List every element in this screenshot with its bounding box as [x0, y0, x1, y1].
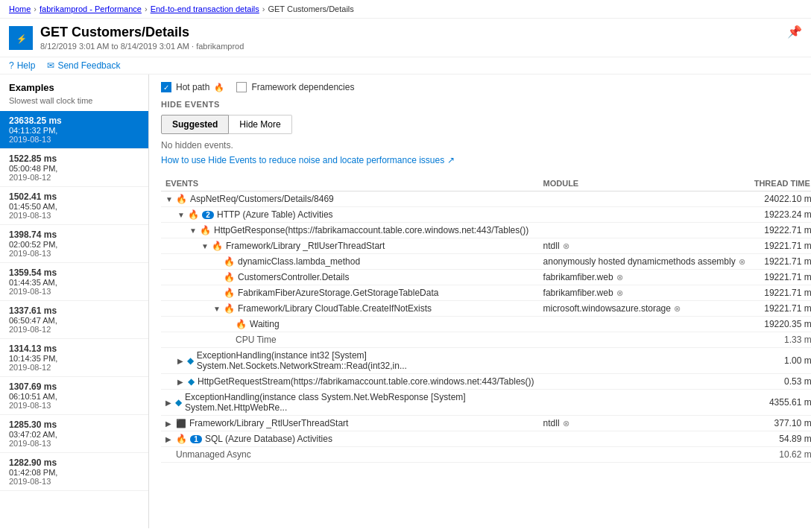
sidebar-item-date: 2019-08-13	[9, 287, 139, 296]
help-button[interactable]: ? Help	[9, 60, 35, 71]
toggle-arrow[interactable]: ▶	[177, 357, 184, 365]
table-row[interactable]: 🔥 dynamicClass.lambda_method anonymously…	[161, 254, 811, 270]
flame-icon: 🔥	[176, 434, 187, 444]
table-row[interactable]: ▶ ⬛ Framework/Library _RtlUserThreadStar…	[161, 416, 811, 431]
table-row[interactable]: ▶ ◆ ExceptionHandling(instance int32 [Sy…	[161, 348, 811, 374]
table-row[interactable]: 🔥 CustomersController.Details fabrikamfi…	[161, 270, 811, 285]
sidebar-item-time: 03:47:02 AM,	[9, 430, 139, 439]
flame-icon: 🔥	[188, 209, 199, 220]
table-row[interactable]: 🔥 FabrikamFiberAzureStorage.GetStorageTa…	[161, 285, 811, 301]
breadcrumb-perf[interactable]: fabrikamprod - Performance	[40, 4, 142, 13]
flame-icon: 🔥	[224, 256, 235, 267]
filter-row: ✓ Hot path 🔥 Framework dependencies	[161, 82, 799, 92]
hot-path-flame-icon: 🔥	[214, 83, 224, 92]
toggle-arrow[interactable]: ▶	[177, 378, 185, 386]
suggested-button[interactable]: Suggested	[161, 115, 229, 134]
thread-time-cell: 1.00 ms	[750, 348, 811, 374]
sidebar-item-date: 2019-08-12	[9, 325, 139, 334]
toggle-arrow[interactable]: ▶	[165, 435, 173, 443]
event-name-cell: ▼ 🔥 Framework/Library _RtlUserThreadStar…	[161, 238, 539, 254]
module-remove-icon[interactable]: ⊗	[616, 273, 623, 282]
event-name: Framework/Library CloudTable.CreateIfNot…	[238, 303, 432, 314]
sidebar-item-ms: 1282.90 ms	[9, 457, 139, 468]
hide-events-section: HIDE EVENTS Suggested Hide More No hidde…	[161, 100, 799, 165]
sidebar-item-ms: 1502.41 ms	[9, 191, 139, 202]
event-name: FabrikamFiberAzureStorage.GetStorageTabl…	[238, 288, 438, 298]
module-cell	[539, 390, 750, 416]
pin-icon[interactable]: 📌	[787, 25, 802, 39]
help-icon: ?	[9, 60, 14, 71]
module-cell: ntdll ⊗	[539, 238, 750, 254]
flame-icon: 🔥	[236, 319, 247, 329]
sidebar-item-9[interactable]: 1282.90 ms 01:42:08 PM, 2019-08-13	[0, 453, 148, 491]
toggle-arrow[interactable]: ▼	[189, 227, 197, 235]
table-row[interactable]: ▶ ◆ ExceptionHandling(instance class Sys…	[161, 390, 811, 416]
toggle-arrow[interactable]: ▶	[165, 419, 173, 428]
sidebar-item-ms: 1337.61 ms	[9, 305, 139, 316]
hide-events-link[interactable]: How to use Hide Events to reduce noise a…	[161, 155, 799, 165]
sidebar-item-3[interactable]: 1398.74 ms 02:00:52 PM, 2019-08-13	[0, 225, 148, 263]
sidebar-items-list: 23638.25 ms 04:11:32 PM, 2019-08-13 1522…	[0, 111, 148, 491]
module-cell	[539, 447, 750, 463]
sidebar-item-1[interactable]: 1522.85 ms 05:00:48 PM, 2019-08-12	[0, 149, 148, 187]
thread-time-cell: 4355.61 ms	[750, 390, 811, 416]
module-remove-icon[interactable]: ⊗	[739, 257, 745, 267]
module-cell: fabrikamfiber.web ⊗	[539, 270, 750, 285]
header-icon: ⚡	[9, 26, 33, 50]
col-thread-time[interactable]: THREAD TIME	[750, 176, 811, 191]
sidebar-item-7[interactable]: 1307.69 ms 06:10:51 AM, 2019-08-13	[0, 377, 148, 415]
module-remove-icon[interactable]: ⊗	[674, 304, 681, 314]
table-row[interactable]: ▼ 🔥 AspNetReq/Customers/Details/8469 240…	[161, 191, 811, 207]
sidebar-item-5[interactable]: 1337.61 ms 06:50:47 AM, 2019-08-12	[0, 301, 148, 339]
sidebar-item-2[interactable]: 1502.41 ms 01:45:50 AM, 2019-08-13	[0, 187, 148, 225]
table-row[interactable]: CPU Time 1.33 ms	[161, 332, 811, 348]
hot-path-filter[interactable]: ✓ Hot path 🔥	[161, 82, 224, 92]
send-feedback-button[interactable]: ✉ Send Feedback	[47, 60, 120, 71]
event-name: Framework/Library _RtlUserThreadStart	[226, 241, 385, 251]
sidebar-item-ms: 1285.30 ms	[9, 419, 139, 430]
table-row[interactable]: ▼ 🔥 2 HTTP (Azure Table) Activities 1922…	[161, 207, 811, 223]
framework-icon: ⬛	[176, 419, 186, 428]
event-name: dynamicClass.lambda_method	[238, 256, 360, 267]
module-remove-icon[interactable]: ⊗	[563, 241, 569, 251]
event-name-cell: 🔥 dynamicClass.lambda_method	[161, 254, 539, 270]
framework-deps-checkbox[interactable]	[236, 82, 247, 92]
breadcrumb-e2e[interactable]: End-to-end transaction details	[151, 4, 259, 13]
hot-path-checkbox[interactable]: ✓	[161, 82, 171, 92]
module-cell	[539, 207, 750, 223]
sidebar-item-time: 02:00:52 PM,	[9, 240, 139, 249]
module-remove-icon[interactable]: ⊗	[563, 419, 569, 428]
table-row[interactable]: ▼ 🔥 Framework/Library _RtlUserThreadStar…	[161, 238, 811, 254]
toggle-arrow[interactable]: ▼	[213, 305, 221, 313]
table-row[interactable]: ▼ 🔥 Framework/Library CloudTable.CreateI…	[161, 301, 811, 317]
breadcrumb-home[interactable]: Home	[9, 4, 31, 13]
toggle-arrow[interactable]: ▶	[165, 399, 172, 407]
sidebar-item-4[interactable]: 1359.54 ms 01:44:35 AM, 2019-08-13	[0, 263, 148, 301]
table-row[interactable]: ▶ 🔥 1 SQL (Azure Database) Activities 54…	[161, 431, 811, 447]
toggle-arrow[interactable]: ▼	[201, 242, 209, 250]
sidebar-item-time: 01:44:35 AM,	[9, 278, 139, 287]
framework-deps-filter[interactable]: Framework dependencies	[236, 82, 354, 92]
sidebar-item-0[interactable]: 23638.25 ms 04:11:32 PM, 2019-08-13	[0, 111, 148, 149]
event-name: CustomersController.Details	[238, 272, 349, 282]
badge: 1	[190, 435, 202, 443]
badge: 2	[202, 211, 214, 219]
event-name: Waiting	[250, 319, 280, 329]
sidebar-item-6[interactable]: 1314.13 ms 10:14:35 PM, 2019-08-12	[0, 339, 148, 377]
col-events: EVENTS	[161, 176, 539, 191]
sidebar-title: Examples	[0, 75, 148, 96]
feedback-icon: ✉	[47, 60, 54, 71]
sidebar-item-8[interactable]: 1285.30 ms 03:47:02 AM, 2019-08-13	[0, 415, 148, 453]
table-row[interactable]: Unmanaged Async 10.62 ms	[161, 447, 811, 463]
table-row[interactable]: 🔥 Waiting 19220.35 ms	[161, 317, 811, 332]
table-row[interactable]: ▼ 🔥 HttpGetResponse(https://fabrikamacco…	[161, 223, 811, 238]
diamond-icon: ◆	[175, 397, 182, 408]
table-row[interactable]: ▶ ◆ HttpGetRequestStream(https://fabrika…	[161, 374, 811, 390]
toggle-arrow[interactable]: ▼	[165, 195, 173, 203]
no-events-text: No hidden events.	[161, 140, 799, 151]
toggle-arrow[interactable]: ▼	[177, 211, 185, 219]
module-remove-icon[interactable]: ⊗	[616, 288, 623, 298]
event-name: HTTP (Azure Table) Activities	[217, 209, 333, 220]
breadcrumb-current: GET Customers/Details	[268, 4, 353, 13]
hide-more-button[interactable]: Hide More	[229, 115, 291, 134]
